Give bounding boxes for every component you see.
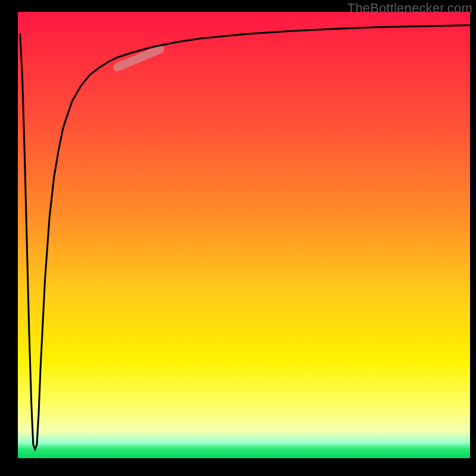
- curve-highlight: [117, 49, 160, 67]
- curve-layer: [18, 12, 470, 458]
- bottleneck-curve: [20, 26, 470, 450]
- watermark-text: TheBottlenecker.com: [347, 1, 472, 16]
- chart-frame: TheBottlenecker.com: [0, 0, 476, 476]
